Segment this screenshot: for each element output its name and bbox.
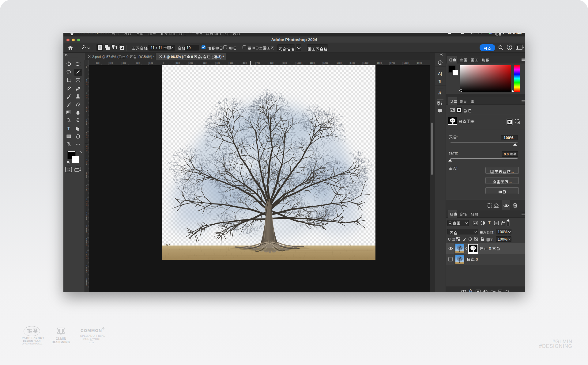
svg-text:0: 0 [86,284,87,287]
svg-text:1500: 1500 [364,62,369,64]
svg-text:1700: 1700 [390,62,395,64]
svg-text:200: 200 [189,62,193,64]
svg-text:500: 500 [96,62,100,64]
svg-text:T: T [67,126,70,131]
svg-text:0: 0 [86,204,87,207]
svg-text:0: 0 [86,66,87,68]
svg-text:300: 300 [123,62,126,64]
svg-text:1600: 1600 [377,62,382,64]
svg-text:700: 700 [256,62,260,64]
svg-text:0: 0 [86,83,87,86]
svg-text:0: 0 [86,123,87,125]
svg-text:100: 100 [176,62,180,64]
svg-text:0: 0 [86,162,87,165]
svg-text:0: 0 [86,136,87,139]
svg-text:0: 0 [86,218,87,220]
svg-text:0: 0 [163,62,164,64]
svg-text:500: 500 [230,62,234,64]
svg-text:0: 0 [86,270,87,273]
svg-text:400: 400 [109,62,113,64]
svg-text:0: 0 [86,96,87,99]
svg-text:0: 0 [86,244,87,247]
svg-text:0: 0 [86,109,87,112]
svg-text:0: 0 [86,149,87,152]
svg-text:1800: 1800 [404,62,409,64]
svg-text:1400: 1400 [350,62,355,64]
svg-text:1000: 1000 [296,62,302,64]
svg-text:0: 0 [86,257,87,260]
svg-text:900: 900 [283,62,287,64]
svg-text:?: ? [508,46,510,49]
svg-text:0: 0 [86,231,87,234]
svg-text:1200: 1200 [323,62,328,64]
svg-text:200: 200 [136,62,140,64]
svg-text:300: 300 [203,62,207,64]
svg-text:800: 800 [270,62,274,64]
svg-text:600: 600 [243,62,247,64]
svg-text:1300: 1300 [337,62,342,64]
svg-text:0: 0 [86,189,87,192]
svg-text:1900: 1900 [417,62,422,64]
svg-text:0: 0 [86,176,87,178]
svg-text:1100: 1100 [310,62,315,64]
svg-text:100: 100 [149,62,153,64]
svg-text:400: 400 [216,62,220,64]
